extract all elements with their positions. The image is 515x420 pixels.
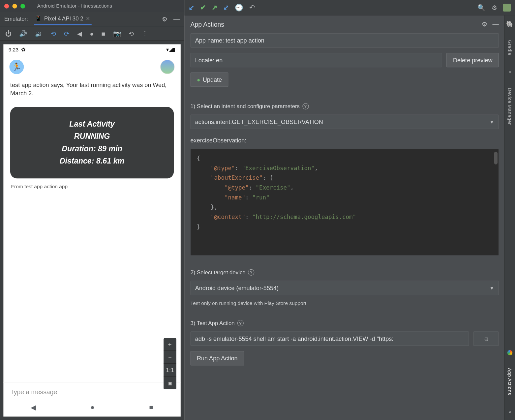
update-label: Update [203, 76, 222, 83]
nav-home-icon[interactable]: ● [90, 404, 94, 412]
window-traffic-lights[interactable] [4, 4, 25, 8]
json-editor[interactable]: { "@type": "ExerciseObservation", "about… [191, 149, 499, 256]
scrollbar-thumb[interactable] [494, 152, 498, 165]
back-nav-icon[interactable]: ◀ [77, 30, 82, 37]
vcs-incoming-icon[interactable]: ↙ [189, 3, 194, 12]
card-caption: From test app action app [3, 184, 180, 190]
assistant-response-text: test app action says, Your last running … [3, 77, 180, 102]
ide-right-sidebar: 🐘 Gradle ▫ Device Manager App Actions ▫ [504, 15, 515, 420]
screenshot-icon[interactable]: 📷 [113, 30, 121, 37]
device-hint: Test only on running device with Play St… [191, 300, 499, 306]
phone-statusbar: 9:23 ✿ ▾◢▮ [3, 44, 180, 53]
vcs-update-icon[interactable]: ⤢ [223, 3, 229, 12]
adb-command-field[interactable]: adb -s emulator-5554 shell am start -a a… [191, 332, 469, 346]
help-icon[interactable]: ? [237, 320, 243, 326]
search-icon[interactable]: 🔍 [477, 4, 486, 11]
vcs-push-icon[interactable]: ↗ [212, 3, 217, 12]
locale-field[interactable]: Locale: en [191, 53, 442, 67]
emulator-window-title: Android Emulator - fitnessactions [37, 3, 112, 9]
emulator-tab-label: Pixel 4 API 30 2 [44, 15, 83, 22]
power-icon[interactable]: ⏻ [5, 30, 12, 37]
minimize-icon[interactable]: — [173, 15, 180, 23]
phone-screen: 9:23 ✿ ▾◢▮ 🏃 test app action says, Your … [3, 44, 180, 416]
panel-minimize-icon[interactable]: — [493, 20, 499, 28]
emulator-tabbar: Emulator: 📱 Pixel 4 API 30 2 ✕ ⚙ — [0, 12, 184, 26]
phone-time: 9:23 [9, 47, 18, 53]
sidebar-item-gradle[interactable]: Gradle [507, 40, 512, 55]
device-value: Android device (emulator-5554) [195, 285, 279, 292]
card-title: Last Activity [15, 120, 169, 129]
vcs-commit-icon[interactable]: ✔ [200, 3, 206, 12]
gear-icon[interactable]: ⚙ [162, 15, 167, 23]
sidebar-bottom-icon[interactable]: ▫ [509, 408, 511, 415]
chevron-down-icon: ▼ [490, 119, 494, 125]
ide-toolbar: ↙ ✔ ↗ ⤢ 🕘 ↶ 🔍 ⚙ [184, 0, 515, 15]
more-icon[interactable]: ⋮ [142, 30, 148, 37]
phone-icon: 📱 [35, 15, 42, 22]
runner-icon: 🏃 [9, 60, 24, 74]
gradle-elephant-icon[interactable]: 🐘 [506, 20, 513, 27]
emulator-toolbar: ⏻ 🔊 🔉 ⟲ ⟳ ◀ ● ■ 📷 ⟲ ⋮ [0, 26, 184, 41]
assistant-dots-icon[interactable] [507, 350, 512, 356]
section-3-label: 3) Test App Action ? [191, 320, 499, 326]
emulator-tab-prefix: Emulator: [4, 16, 28, 22]
history-icon[interactable]: 🕘 [235, 3, 243, 12]
emulator-window: Android Emulator - fitnessactions Emulat… [0, 0, 184, 420]
device-select[interactable]: Android device (emulator-5554) ▼ [191, 281, 499, 295]
param-label: exerciseObservation: [191, 137, 499, 144]
volume-up-icon[interactable]: 🔊 [19, 30, 27, 37]
profile-avatar-icon[interactable] [503, 4, 511, 11]
copy-button[interactable]: ⧉ [473, 332, 499, 346]
section-1-label: 1) Select an intent and configure parame… [191, 103, 499, 109]
app-name-field[interactable]: App name: test app action [191, 33, 499, 48]
intent-select[interactable]: actions.intent.GET_EXERCISE_OBSERVATION … [191, 115, 499, 129]
ide-panel: ↙ ✔ ↗ ⤢ 🕘 ↶ 🔍 ⚙ App Actions ⚙ — App name… [184, 0, 515, 420]
help-icon[interactable]: ? [302, 103, 309, 109]
rotate-left-icon[interactable]: ⟲ [51, 30, 56, 37]
card-distance: Distance: 8.61 km [15, 157, 169, 166]
rotate-right-icon[interactable]: ⟳ [64, 30, 70, 37]
emulator-device-tab[interactable]: 📱 Pixel 4 API 30 2 ✕ [34, 13, 92, 25]
home-nav-icon[interactable]: ● [90, 30, 94, 37]
zoom-widget: ＋ − 1:1 ▣ [164, 338, 176, 389]
assistant-input[interactable]: Type a message [3, 382, 180, 399]
zoom-reset-button[interactable]: 1:1 [164, 364, 176, 376]
ide-settings-icon[interactable]: ⚙ [492, 4, 497, 11]
run-app-action-button[interactable]: Run App Action [191, 351, 244, 366]
sidebar-item-device-manager[interactable]: Device Manager [507, 88, 512, 125]
record-icon[interactable]: ⟲ [129, 30, 134, 37]
sidebar-item-app-actions[interactable]: App Actions [507, 368, 512, 395]
volume-down-icon[interactable]: 🔉 [35, 30, 43, 37]
overview-nav-icon[interactable]: ■ [102, 30, 106, 37]
card-activity: RUNNING [15, 132, 169, 141]
help-icon[interactable]: ? [248, 269, 254, 276]
section-2-label: 2) Select target device ? [191, 269, 499, 276]
card-duration: Duration: 89 min [15, 144, 169, 153]
activity-card: Last Activity RUNNING Duration: 89 min D… [10, 107, 174, 179]
zoom-fit-button[interactable]: ▣ [164, 376, 176, 389]
zoom-in-button[interactable]: ＋ [164, 338, 176, 351]
nav-back-icon[interactable]: ◀ [31, 404, 36, 412]
wifi-icon: ▾◢▮ [166, 47, 175, 53]
rollback-icon[interactable]: ↶ [249, 3, 255, 12]
delete-preview-button[interactable]: Delete preview [447, 53, 499, 67]
android-navbar: ◀ ● ■ [3, 399, 180, 417]
check-icon: ● [197, 76, 200, 83]
close-icon[interactable]: ✕ [86, 15, 90, 21]
intent-value: actions.intent.GET_EXERCISE_OBSERVATION [195, 118, 323, 125]
nav-recent-icon[interactable]: ■ [149, 404, 153, 412]
settings-small-icon: ✿ [21, 47, 25, 53]
device-manager-icon[interactable]: ▫ [509, 68, 511, 75]
panel-gear-icon[interactable]: ⚙ [482, 20, 487, 28]
zoom-out-button[interactable]: − [164, 351, 176, 364]
assistant-header: 🏃 [3, 53, 180, 76]
user-avatar[interactable] [160, 60, 175, 74]
update-button[interactable]: ● Update [191, 73, 228, 87]
panel-title: App Actions [191, 21, 224, 28]
emulator-titlebar: Android Emulator - fitnessactions [0, 0, 184, 12]
chevron-down-icon: ▼ [490, 285, 494, 291]
